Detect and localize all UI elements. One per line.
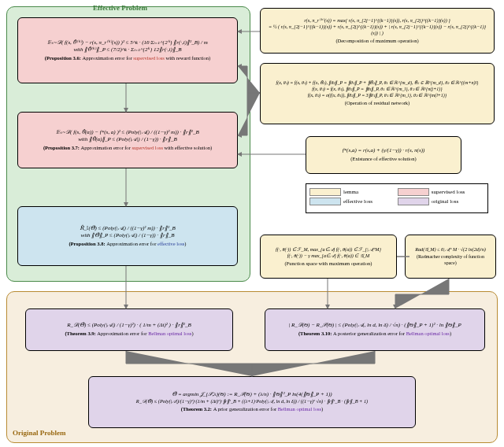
prop-3-8-box: R̂_𝒟(Θ̂) ≤ (Poly(|𝒜|) / ((1−γ)² m)) · ‖r… xyxy=(17,206,238,266)
effective-problem-title: Effective Problem xyxy=(93,4,147,12)
lemma-rad-math1: Rad(𝒢_M) ≤ 6|𝒜|³ M · √(2 ln(2d)/n) xyxy=(410,246,491,253)
thm-3-10-math1: | R_𝒟(Θ) − R_𝒮(Θ) | ≤ (Poly(|𝒜|, ln d, l… xyxy=(270,322,480,329)
legend-lemma: lemma xyxy=(309,188,396,196)
lemma-res-caption: (Operation of residual network) xyxy=(265,100,489,106)
prop-3-6-caption: (Proposition 3.6: Approximation error fo… xyxy=(23,55,232,61)
thm-3-10-caption: (Theorem 3.10: A posterior generalizatio… xyxy=(270,331,480,337)
original-problem-title: Original Problem xyxy=(13,429,66,437)
lemma-func-math2: f(·, θ(·)) − γ max_{a∈𝒜} f(·, θ(a)) ∈ 𝒢_… xyxy=(265,253,391,259)
prop-3-7-math1: 𝔼ₛ~𝒟( f(s, θ̂(α)) − f*(s, a) )² ≤ (Poly(… xyxy=(23,129,232,136)
legend-box: lemma supervised loss effective loss ori… xyxy=(306,183,488,213)
lemma-res-math3: f(x, θ₂) = σ(f(x, θ₁)), ‖θ₂‖_P = 3‖θ₁‖_P… xyxy=(265,93,489,99)
prop-3-7-math2: with ‖θ̂(α)‖_P ≤ (Poly(|𝒜|) / (1−γ)) · ‖… xyxy=(23,136,232,143)
prop-3-6-box: 𝔼ₛ~𝒟( f(s, θ̂⁽ᵏ⁾) − r(s, π_r⁽ᵏ⁾(s)) )² ≤… xyxy=(17,17,238,83)
prop-3-7-box: 𝔼ₛ~𝒟( f(s, θ̂(α)) − f*(s, a) )² ≤ (Poly(… xyxy=(17,112,238,168)
thm-3-9-caption: (Theorem 3.9: Approximation error for Be… xyxy=(31,331,228,337)
lemma-decomp-math2: = ½ ( r(s, π_{2j−1}^{(k−1)}(s)) + r(s, π… xyxy=(265,24,489,36)
thm-3-9-box: R_𝒟(Θ̂) ≤ (Poly(|𝒜|) / (1−γ)²) · ( 1/m +… xyxy=(25,308,233,351)
thm-3-2-box: Θ̂ = argmin 𝒥_{𝒮,λ}(Θ) := R_𝒮(Θ) + (λ/n)… xyxy=(88,376,416,428)
lemma-existence-box: f*(s,a) = r(s,a) + (γ/(1−γ)) · r(s, π(s)… xyxy=(306,136,461,174)
thm-3-2-math2: R_𝒟(Θ̂) ≤ (Poly(|𝒜|)/(1−γ)²)·(1/m + (Δt)… xyxy=(94,398,410,405)
legend-effective: effective loss xyxy=(309,198,396,205)
prop-3-6-math1: 𝔼ₛ~𝒟( f(s, θ̂⁽ᵏ⁾) − r(s, π_r⁽ᵏ⁾(s)) )² ≤… xyxy=(23,39,232,46)
thm-3-2-math1: Θ̂ = argmin 𝒥_{𝒮,λ}(Θ) := R_𝒮(Θ) + (λ/n)… xyxy=(94,391,410,398)
prop-3-6-math2: with ‖θ̂⁽ᵏ⁾‖_P ≤ (7/2)^k · Σᵢ₌₁^{2ᵏ} 12‖… xyxy=(23,46,232,54)
lemma-exist-caption: (Existance of effective solution) xyxy=(311,156,456,162)
lemma-exist-math1: f*(s,a) = r(s,a) + (γ/(1−γ)) · r(s, π(s)… xyxy=(311,147,456,154)
legend-supervised: supervised loss xyxy=(398,188,484,196)
prop-3-8-math2: with ‖Θ̂‖_P ≤ (Poly(|𝒜|) / (1−γ)) · ‖r‖_… xyxy=(23,232,232,239)
lemma-func-caption: (Function space with maximum operation) xyxy=(265,260,391,267)
lemma-rademacher-box: Rad(𝒢_M) ≤ 6|𝒜|³ M · √(2 ln(2d)/n) (Radm… xyxy=(405,235,496,279)
legend-original: original loss xyxy=(398,198,484,205)
lemma-rad-caption: (Radmacher complexity of function space) xyxy=(410,254,491,267)
lemma-residual-box: f(x, θ₂) = f(x, θ₁) + f(x, θ̃₂), ‖θ₂‖_P … xyxy=(260,63,495,124)
prop-3-8-caption: (Proposition 3.8: Approximation error fo… xyxy=(23,241,232,247)
lemma-decomp-math1: r(s, π_r⁽ᵏ⁾(s)) = max{ r(s, π_{2j−1}^{(k… xyxy=(265,17,489,24)
lemma-res-math1: f(x, θ₂) = f(x, θ₁) + f(x, θ̃₂), ‖θ₂‖_P … xyxy=(265,80,489,87)
lemma-decomp-caption: (Decomposition of maximum operation) xyxy=(265,38,489,44)
thm-3-9-math1: R_𝒟(Θ̂) ≤ (Poly(|𝒜|) / (1−γ)²) · ( 1/m +… xyxy=(31,322,228,329)
lemma-res-math2: f(x, θ₂) = f(x, θ₁), ‖θ₂‖_P = ‖θ₁‖_P, θ₁… xyxy=(265,87,489,93)
thm-3-10-box: | R_𝒟(Θ) − R_𝒮(Θ) | ≤ (Poly(|𝒜|, ln d, l… xyxy=(265,308,485,351)
prop-3-7-caption: (Proposition 3.7: Approximation error fo… xyxy=(23,145,232,151)
thm-3-2-caption: (Theorem 3.2: A prior generalization err… xyxy=(94,406,410,412)
lemma-func-math1: f(·, θ(·)) ∈ ℱ_M, max_{a∈𝒜} f(·, θ(a)) ∈… xyxy=(265,246,391,253)
lemma-decomposition-box: r(s, π_r⁽ᵏ⁾(s)) = max{ r(s, π_{2j−1}^{(k… xyxy=(260,8,495,54)
lemma-function-space-box: f(·, θ(·)) ∈ ℱ_M, max_{a∈𝒜} f(·, θ(a)) ∈… xyxy=(260,235,397,279)
prop-3-8-math1: R̂_𝒟(Θ̂) ≤ (Poly(|𝒜|) / ((1−γ)² m)) · ‖r… xyxy=(23,225,232,232)
